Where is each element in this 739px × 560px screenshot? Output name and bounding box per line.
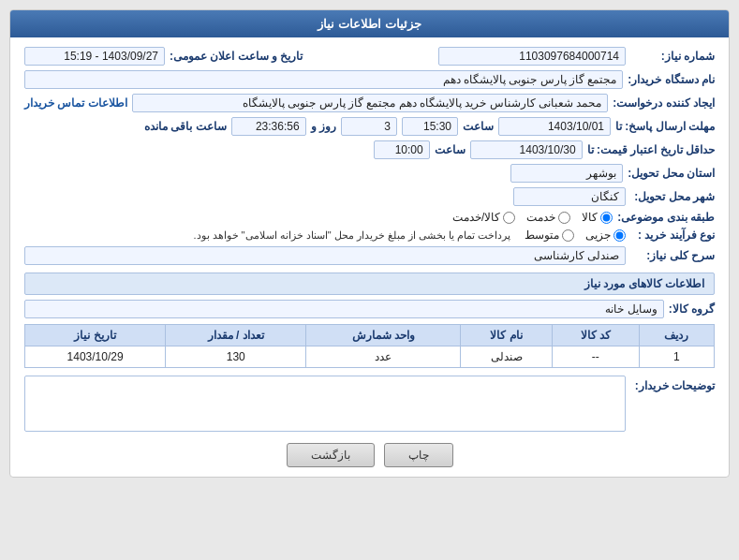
tabaqe-radio-group: کالا خدمت کالا/خدمت	[452, 211, 613, 224]
ettelaat-link[interactable]: اطلاعات تماس خریدار	[24, 96, 127, 110]
noeFarayand-note: پرداخت تمام یا بخشی از مبلغ خریدار محل "…	[193, 229, 510, 242]
tarikhIrsal-date: 1403/10/01	[498, 117, 611, 136]
shomareNiaz-value: 1103097684000714	[438, 47, 626, 66]
panel-header: جزئیات اطلاعات نیاز	[10, 10, 729, 37]
buttons-row: چاپ بازگشت	[24, 443, 715, 467]
groupKala-label: گروه کالا:	[669, 302, 715, 316]
col-tedadMeghdar: تعداد / مقدار	[166, 325, 306, 346]
radio-jozii-label: جزیی	[585, 228, 611, 242]
namDastgah-value: مجتمع گاز پارس جنوبی پالایشگاه دهم	[24, 70, 623, 89]
tarikhIrsal-saat: 15:30	[402, 117, 458, 136]
tarikhIrsal-label: مهلت ارسال پاسخ: تا	[615, 120, 715, 133]
cell-kodKala: --	[552, 346, 639, 368]
cell-vahedShomaresh: عدد	[306, 346, 461, 368]
row-ostan: استان محل تحویل: بوشهر	[24, 164, 715, 183]
row-namDastgah: نام دستگاه خریدار: مجتمع گاز پارس جنوبی …	[24, 70, 715, 89]
cell-tedadMeghdar: 130	[166, 346, 306, 368]
ijadKonande-label: ایجاد کننده درخواست:	[613, 96, 715, 110]
jadavalTarikh-saat: 10:00	[374, 140, 430, 159]
roz-label: روز و	[311, 120, 336, 133]
tarikhAelan-value: 1403/09/27 - 15:19	[24, 47, 165, 66]
col-tarikhNiaz: تاریخ نیاز	[25, 325, 166, 346]
row-shahr: شهر محل تحویل: کنگان	[24, 187, 715, 206]
page-wrapper: جزئیات اطلاعات نیاز شماره نیاز: 11030976…	[0, 0, 739, 560]
radio-kala: کالا	[582, 211, 613, 224]
radio-motavasset-label: متوسط	[525, 228, 559, 242]
col-vahedShomaresh: واحد شمارش	[306, 325, 461, 346]
radio-jozii-input[interactable]	[613, 229, 626, 242]
cell-radif: 1	[639, 346, 714, 368]
row-tarikhIrsal: مهلت ارسال پاسخ: تا 1403/10/01 ساعت 15:3…	[24, 117, 715, 136]
jadavalTarikh-date: 1403/10/30	[470, 140, 583, 159]
tarikhIrsal-baghimande: 23:36:56	[231, 117, 306, 136]
back-button[interactable]: بازگشت	[287, 443, 375, 467]
radio-kala-input[interactable]	[600, 212, 613, 224]
groupKala-value: وسایل خانه	[24, 300, 664, 318]
items-table: ردیف کد کالا نام کالا واحد شمارش تعداد /…	[24, 324, 715, 368]
row-noeFarayand: نوع فرآیند خرید : جزیی متوسط پرداخت تمام…	[24, 228, 715, 242]
panel-title: جزئیات اطلاعات نیاز	[318, 17, 421, 31]
ostan-value: بوشهر	[510, 164, 623, 183]
ijadKonande-value: محمد شعبانی کارشناس خرید پالایشگاه دهم م…	[132, 94, 609, 112]
saatBaghimande-label: ساعت باقی مانده	[144, 120, 227, 133]
shahr-value: کنگان	[513, 187, 626, 206]
radio-kalaKhadamat-input[interactable]	[503, 212, 515, 224]
cell-tarikhNiaz: 1403/10/29	[25, 346, 166, 368]
radio-motavasset: متوسط	[525, 228, 574, 242]
radio-khadamat: خدمت	[526, 211, 570, 224]
noeFarayand-label: نوع فرآیند خرید :	[630, 228, 715, 242]
col-radif: ردیف	[639, 325, 714, 346]
row-tozihKharidar: توضیحات خریدار:	[24, 376, 715, 432]
print-button[interactable]: چاپ	[384, 443, 453, 467]
radio-khadamat-label: خدمت	[526, 211, 555, 224]
table-row: 1--صندلیعدد1301403/10/29	[25, 346, 715, 368]
noeFarayand-radio-group: جزیی متوسط	[525, 228, 626, 242]
tabaqe-label: طبقه بندی موضوعی:	[617, 211, 715, 224]
shomareNiaz-label: شماره نیاز:	[630, 50, 715, 63]
radio-jozii: جزیی	[585, 228, 626, 242]
panel-body: شماره نیاز: 1103097684000714 تاریخ و ساع…	[10, 37, 729, 477]
ostan-label: استان محل تحویل:	[628, 167, 715, 180]
jadavalTarikh-label: حداقل تاریخ اعتبار قیمت: تا	[587, 143, 715, 156]
tarikhIrsal-roz: 3	[341, 117, 397, 136]
col-namKala: نام کالا	[461, 325, 552, 346]
namDastgah-label: نام دستگاه خریدار:	[628, 73, 715, 86]
row-groupKala: گروه کالا: وسایل خانه	[24, 300, 715, 318]
radio-kala-label: کالا	[582, 211, 598, 224]
sarhKoli-value: صندلی کارشناسی	[24, 246, 626, 265]
main-panel: جزئیات اطلاعات نیاز شماره نیاز: 11030976…	[9, 9, 730, 478]
radio-kalaKhadamat-label: کالا/خدمت	[452, 211, 500, 224]
tarikhAelan-label: تاریخ و ساعت اعلان عمومی:	[170, 50, 303, 63]
sarhKoli-label: سرح کلی نیاز:	[630, 249, 715, 262]
row-tabaqe: طبقه بندی موضوعی: کالا خدمت کالا/خدمت	[24, 211, 715, 224]
saat-label: ساعت	[463, 120, 494, 133]
radio-motavasset-input[interactable]	[562, 229, 574, 242]
saat-label2: ساعت	[435, 143, 466, 156]
col-kodKala: کد کالا	[552, 325, 639, 346]
shahr-label: شهر محل تحویل:	[630, 190, 715, 203]
tozihKharidar-textarea[interactable]	[24, 376, 626, 432]
row-ijadKonande: ایجاد کننده درخواست: محمد شعبانی کارشناس…	[24, 94, 715, 112]
radio-kalaKhadamat: کالا/خدمت	[452, 211, 515, 224]
cell-namKala: صندلی	[461, 346, 552, 368]
ettelaatKala-section-title: اطلاعات کالاهای مورد نیاز	[24, 273, 715, 295]
row-sarhKoli: سرح کلی نیاز: صندلی کارشناسی	[24, 246, 715, 265]
row-jadavalTarikh: حداقل تاریخ اعتبار قیمت: تا 1403/10/30 س…	[24, 140, 715, 159]
row-shomareNiaz: شماره نیاز: 1103097684000714 تاریخ و ساع…	[24, 47, 715, 66]
radio-khadamat-input[interactable]	[558, 212, 570, 224]
tozihKharidar-label: توضیحات خریدار:	[630, 376, 715, 392]
